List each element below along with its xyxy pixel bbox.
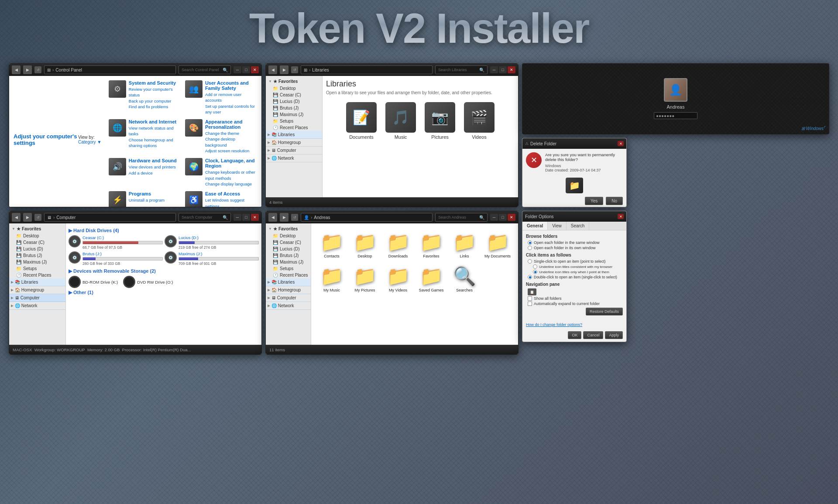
fo-nav-option1[interactable]: Show all folders — [526, 296, 623, 301]
fo-help-link[interactable]: How do I change folder options? — [526, 322, 582, 327]
disk-brutus[interactable]: 💿 Brutus (J:) 280 GB free of 333 GB — [69, 251, 163, 266]
cp-system-title[interactable]: System and Security — [129, 80, 181, 86]
folder-mypictures[interactable]: 📁 My Pictures — [350, 263, 380, 294]
comp-minimize-btn[interactable]: ─ — [234, 214, 241, 221]
andreas-sidebar-lucius[interactable]: 💾 Lucius (D) — [266, 246, 311, 252]
cp-maximize-btn[interactable]: □ — [242, 66, 250, 73]
folder-favorites[interactable]: 📁 Favorites — [416, 229, 446, 260]
lib-homegroup-header[interactable]: ▶ 🏠 Homegroup — [266, 139, 322, 147]
sidebar-item-maximus[interactable]: 💾 Maximus (J) — [266, 111, 322, 118]
cp-clock-link1[interactable]: Change keyboards or other input methods — [205, 169, 257, 181]
folder-mymusic[interactable]: 📁 My Music — [316, 263, 347, 294]
cp-system-link1[interactable]: Review your computer's status — [129, 86, 181, 98]
comp-close-btn[interactable]: ✕ — [251, 214, 259, 221]
fo-radio5[interactable] — [533, 270, 537, 274]
comp-refresh-btn[interactable]: ↺ — [34, 214, 41, 221]
folder-searches[interactable]: 🔍 Searches — [449, 263, 480, 294]
folder-contacts[interactable]: 📁 Contacts — [316, 229, 347, 260]
comp-sidebar-desktop[interactable]: 📁 Desktop — [9, 233, 65, 239]
fo-cancel-btn[interactable]: Cancel — [583, 331, 603, 339]
comp-homegroup-header[interactable]: ▶ 🏠 Homegroup — [9, 286, 65, 294]
sidebar-item-desktop[interactable]: 📁 Desktop — [266, 85, 322, 92]
andreas-libraries-header[interactable]: ▶ 📚 Libraries — [266, 278, 311, 286]
andreas-sidebar-setups[interactable]: 📁 Setups — [266, 265, 311, 272]
cp-users-title[interactable]: User Accounts and Family Safety — [205, 80, 257, 91]
cp-forward-btn[interactable]: ▶ — [23, 65, 32, 74]
lib-pictures[interactable]: 📷 Pictures — [425, 102, 455, 140]
cp-viewby-mode[interactable]: Category ▼ — [78, 140, 101, 144]
cp-close-btn[interactable]: ✕ — [251, 66, 259, 73]
andreas-minimize-btn[interactable]: ─ — [490, 214, 498, 221]
cp-hardware-link2[interactable]: Add a device — [129, 170, 177, 176]
cp-programs-title[interactable]: Programs — [129, 191, 165, 196]
sidebar-item-ceasar[interactable]: 💾 Ceasar (C) — [266, 92, 322, 98]
cp-hardware-title[interactable]: Hardware and Sound — [129, 158, 177, 163]
cp-system-link3[interactable]: Find and fix problems — [129, 104, 181, 110]
fo-browse-option1[interactable]: Open each folder in the same window — [526, 240, 623, 245]
lib-network-header[interactable]: ▶ 🌐 Network — [266, 154, 322, 162]
fo-apply-btn[interactable]: Apply — [605, 331, 623, 339]
cp-appearance-link1[interactable]: Change the theme — [205, 130, 257, 136]
cp-users-link2[interactable]: Set up parental controls for any user — [205, 103, 257, 115]
lib-forward-btn[interactable]: ▶ — [280, 65, 288, 74]
delete-no-btn[interactable]: No — [606, 197, 623, 205]
cp-network-title[interactable]: Network and Internet — [129, 119, 181, 124]
cp-network-link1[interactable]: View network status and tasks — [129, 125, 181, 137]
fo-ok-btn[interactable]: OK — [568, 331, 581, 339]
disk-ceasar[interactable]: 💿 Ceasar (C:) 68,7 GB free of 97,5 GB — [69, 235, 163, 250]
bd-rom-drive[interactable]: BD-ROM Drive (K:) — [69, 276, 118, 288]
cp-appearance-link3[interactable]: Adjust screen resolution — [205, 148, 257, 154]
andreas-homegroup-header[interactable]: ▶ 🏠 Homegroup — [266, 286, 311, 294]
lib-back-btn[interactable]: ◀ — [268, 65, 277, 74]
lib-computer-header[interactable]: ▶ 🖥 Computer — [266, 147, 322, 154]
cp-clock-title[interactable]: Clock, Language, and Region — [205, 158, 257, 168]
fo-checkbox2[interactable] — [528, 302, 532, 306]
comp-maximize-btn[interactable]: □ — [242, 214, 250, 221]
fo-radio4[interactable] — [533, 264, 537, 269]
lib-refresh-btn[interactable]: ↺ — [291, 66, 298, 73]
cp-network-link2[interactable]: Choose homegroup and sharing options — [129, 137, 181, 149]
fo-radio3[interactable] — [528, 259, 532, 264]
dvd-rw-drive[interactable]: DVD RW Drive (O:) — [123, 276, 173, 288]
comp-back-btn[interactable]: ◀ — [12, 213, 21, 222]
cp-address-bar[interactable]: ⊞ › Control Panel — [44, 65, 176, 74]
sidebar-item-recent[interactable]: 🕐 Recent Places — [266, 124, 322, 131]
lib-search[interactable]: Search Libraries 🔍 — [435, 65, 488, 74]
comp-search[interactable]: Search Computer 🔍 — [179, 213, 231, 222]
cp-appearance-link2[interactable]: Change desktop background — [205, 136, 257, 148]
comp-sidebar-brutus[interactable]: 💾 Brutus (J) — [9, 252, 65, 259]
folder-downloads[interactable]: 📁 Downloads — [383, 229, 413, 260]
andreas-forward-btn[interactable]: ▶ — [280, 213, 288, 222]
fo-radio1[interactable] — [528, 240, 532, 245]
andreas-sidebar-recent[interactable]: 🕐 Recent Places — [266, 272, 311, 278]
cp-refresh-btn[interactable]: ↺ — [34, 66, 41, 73]
fo-tab-view[interactable]: View — [548, 222, 567, 230]
folder-savedgames[interactable]: 📁 Saved Games — [416, 263, 446, 294]
andreas-back-btn[interactable]: ◀ — [268, 213, 277, 222]
folder-myvideos[interactable]: 📁 My Videos — [383, 263, 413, 294]
comp-sidebar-setups[interactable]: 📁 Setups — [9, 265, 65, 272]
comp-sidebar-recent[interactable]: 🕐 Recent Places — [9, 272, 65, 278]
andreas-fav-header[interactable]: ▼ ★ Favorites — [266, 225, 311, 233]
fo-tab-general[interactable]: General — [522, 222, 548, 230]
lib-videos[interactable]: 🎬 Videos — [464, 102, 495, 140]
delete-yes-btn[interactable]: Yes — [585, 197, 603, 205]
andreas-sidebar-ceasar[interactable]: 💾 Ceasar (C) — [266, 239, 311, 246]
fo-tab-search[interactable]: Search — [567, 222, 590, 230]
andreas-sidebar-maximus[interactable]: 💾 Maximus (J) — [266, 259, 311, 265]
cp-ease-title[interactable]: Ease of Access — [205, 191, 257, 196]
fo-click-suboption1[interactable]: Underline icon titles consistent with my… — [526, 264, 623, 269]
andreas-computer-header[interactable]: ▶ 🖥 Computer — [266, 294, 311, 302]
andreas-maximize-btn[interactable]: □ — [499, 214, 507, 221]
cp-ease-link1[interactable]: Let Windows suggest settings — [205, 197, 257, 207]
sidebar-item-brutus[interactable]: 💾 Brutus (J) — [266, 105, 322, 111]
fo-restore-btn[interactable]: Restore Defaults — [586, 308, 623, 315]
fo-browse-option2[interactable]: Open each folder in its own window — [526, 246, 623, 250]
lib-close-btn[interactable]: ✕ — [508, 66, 515, 73]
cp-users-link1[interactable]: Add or remove user accounts — [205, 92, 257, 103]
lib-documents[interactable]: 📝 Documents — [346, 102, 377, 140]
andreas-search[interactable]: Search Andreas 🔍 — [435, 213, 488, 222]
andreas-refresh-btn[interactable]: ↺ — [291, 214, 298, 221]
comp-libraries-header[interactable]: ▶ 📚 Libraries — [9, 278, 65, 286]
lib-maximize-btn[interactable]: □ — [499, 66, 507, 73]
